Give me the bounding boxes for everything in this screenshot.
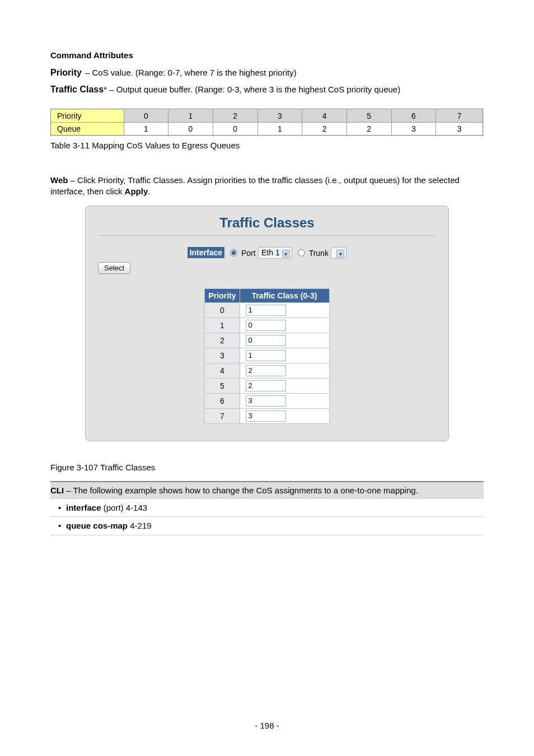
bullet-icon: • xyxy=(58,502,61,514)
tc-input[interactable] xyxy=(246,380,286,391)
panel-separator xyxy=(98,235,436,236)
page-number: - 198 - xyxy=(0,721,534,730)
chevron-down-icon: ▾ xyxy=(336,250,344,258)
web-bold-2: Apply xyxy=(125,186,148,196)
port-radio[interactable] xyxy=(230,249,237,256)
cmd-priority-desc: – CoS value. (Range: 0-7, where 7 is the… xyxy=(85,68,297,77)
table-row: 0 xyxy=(205,302,329,318)
tc-th-priority: Priority xyxy=(205,288,240,302)
web-bold-1: Web xyxy=(50,175,68,185)
panel-title: Traffic Classes xyxy=(98,215,436,235)
prio-row-label-0: Priority xyxy=(51,109,124,123)
cli-link: (port) 4-143 xyxy=(104,503,147,512)
interface-label: Interface xyxy=(188,247,224,258)
table-row: 5 xyxy=(205,378,329,393)
port-select[interactable]: Eth 1▾ xyxy=(258,247,292,258)
port-label: Port xyxy=(241,248,256,257)
trunk-label: Trunk xyxy=(309,248,329,257)
cmd-attr-header: Command Attributes xyxy=(50,50,484,60)
cli-link: 4-219 xyxy=(130,521,151,530)
trunk-select[interactable]: ▾ xyxy=(331,247,346,258)
cmd-tc-label: Traffic Class xyxy=(50,85,104,94)
cli-text: – The following example shows how to cha… xyxy=(64,486,418,495)
table-row: 3 xyxy=(205,348,329,363)
tc-input[interactable] xyxy=(246,320,286,331)
priority-map-table: Priority 0 1 2 3 4 5 6 7 Queue 1 0 0 1 2… xyxy=(50,109,484,136)
chevron-down-icon: ▾ xyxy=(282,250,290,258)
select-button-wrap: Select xyxy=(98,262,436,274)
interface-row: Interface Port Eth 1▾ Trunk ▾ xyxy=(98,247,436,259)
cli-key: queue cos-map xyxy=(66,521,130,530)
prio-row-label-1: Queue xyxy=(51,123,124,136)
cli-item: • interface (port) 4-143 xyxy=(50,499,484,517)
tc-input[interactable] xyxy=(246,350,286,361)
cli-key: interface xyxy=(66,503,104,512)
web-text-1: – Click Priority, Traffic Classes. Assig… xyxy=(50,175,460,196)
tc-input[interactable] xyxy=(246,335,286,346)
table-row: 2 xyxy=(205,333,329,348)
table-row: 4 xyxy=(205,363,329,378)
bullet-icon: • xyxy=(58,520,61,531)
tc-input[interactable] xyxy=(246,410,286,422)
table-row: 6 xyxy=(205,393,329,408)
table-row: 7 xyxy=(205,408,329,423)
traffic-class-table: Priority Traffic Class (0-3) 0 1 2 3 4 5… xyxy=(204,288,329,424)
cmd-tc-desc: – Output queue buffer. (Range: 0-3, wher… xyxy=(107,85,400,94)
select-button[interactable]: Select xyxy=(98,262,130,274)
trunk-radio[interactable] xyxy=(298,249,305,256)
cli-item: • queue cos-map 4-219 xyxy=(50,517,484,535)
tc-input[interactable] xyxy=(246,395,286,407)
cmd-priority-label: Priority xyxy=(50,68,82,77)
tc-input[interactable] xyxy=(246,365,286,376)
cli-bold: CLI xyxy=(50,486,64,495)
cli-header: CLI – The following example shows how to… xyxy=(50,481,484,499)
table-row: 1 xyxy=(205,318,329,333)
tc-input[interactable] xyxy=(246,305,286,316)
figure-caption: Figure 3-107 Traffic Classes xyxy=(50,463,484,472)
prio-table-caption: Table 3-11 Mapping CoS Values to Egress … xyxy=(50,141,484,150)
web-text-2: . xyxy=(148,186,150,196)
tc-th-class: Traffic Class (0-3) xyxy=(240,288,329,302)
traffic-classes-panel: Traffic Classes Interface Port Eth 1▾ Tr… xyxy=(85,206,449,441)
